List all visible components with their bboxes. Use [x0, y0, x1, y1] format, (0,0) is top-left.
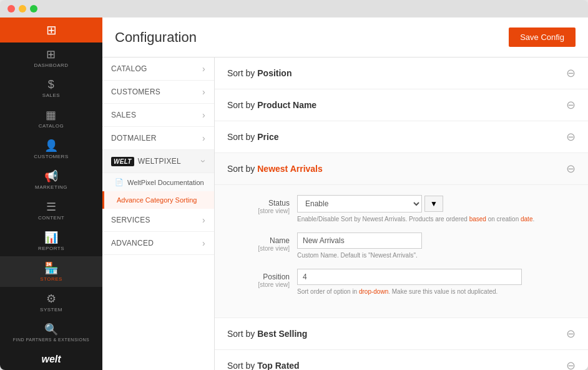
status-select-wrap: Enable Disable ▼	[297, 195, 576, 212]
sort-header-newest-arrivals[interactable]: Sort by Newest Arrivals ⊖	[215, 153, 588, 184]
sidebar-label-reports: REPORTS	[38, 246, 64, 251]
nav-catalog-label: CATALOG	[111, 64, 147, 73]
sidebar-label-customers: CUSTOMERS	[34, 154, 68, 159]
nav-advanced-label: ADVANCED	[111, 239, 154, 248]
nav-weltpixel[interactable]: welt WELTPIXEL ›	[102, 150, 214, 173]
position-help: Sort order of option in drop-down. Make …	[297, 288, 576, 296]
sort-section-top-rated: Sort by Top Rated ⊖	[215, 350, 588, 370]
status-select-btn[interactable]: ▼	[424, 196, 443, 212]
sidebar-item-reports[interactable]: 📊 REPORTS	[0, 226, 102, 256]
sidebar-label-stores: STORES	[40, 276, 62, 282]
sidebar-label-catalog: CATALOG	[39, 123, 64, 129]
sidebar-item-sales[interactable]: $ SALES	[0, 73, 102, 103]
sidebar-bottom: welt	[0, 349, 102, 370]
sales-icon: $	[48, 78, 55, 91]
sort-section-price: Sort by Price ⊖	[215, 121, 588, 153]
sidebar-label-content: CONTENT	[38, 215, 64, 221]
sidebar-label-partners: FIND PARTNERS & EXTENSIONS	[13, 338, 89, 342]
sort-header-price[interactable]: Sort by Price ⊖	[215, 121, 588, 152]
name-input[interactable]	[297, 232, 422, 249]
name-label-main: Name	[227, 236, 290, 245]
sidebar-item-partners[interactable]: 🔍 FIND PARTNERS & EXTENSIONS	[0, 318, 102, 347]
sort-section-best-selling: Sort by Best Selling ⊖	[215, 318, 588, 350]
sidebar-label-dashboard: DASHBOARD	[34, 62, 68, 68]
sidebar-item-catalog[interactable]: ▦ CATALOG	[0, 103, 102, 134]
name-control-wrap: Custom Name. Default is "Newest Arrivals…	[297, 232, 576, 260]
nav-advance-sorting[interactable]: Advance Category Sorting	[102, 191, 214, 209]
position-control-wrap: Sort order of option in drop-down. Make …	[297, 269, 576, 296]
catalog-chevron: ›	[202, 64, 205, 74]
catalog-icon: ▦	[46, 108, 57, 122]
nav-customers-label: CUSTOMERS	[111, 88, 160, 96]
weltpixel-chevron: ›	[199, 160, 209, 163]
sidebar-item-customers[interactable]: 👤 CUSTOMERS	[0, 134, 102, 164]
collapse-best-selling-icon: ⊖	[566, 327, 576, 341]
status-help: Enable/Disable Sort by Newest Arrivals. …	[297, 215, 576, 224]
weltpixel-submenu: 📄 WeltPixel Documentation Advance Catego…	[102, 173, 214, 209]
right-panel: Sort by Position ⊖ Sort by Product Name …	[215, 58, 588, 370]
advanced-chevron: ›	[202, 238, 205, 248]
status-control-wrap: Enable Disable ▼ Enable/Disable Sort by …	[297, 195, 576, 224]
sidebar-item-marketing[interactable]: 📢 MARKETING	[0, 164, 102, 195]
partners-icon: 🔍	[44, 322, 59, 336]
nav-services[interactable]: SERVICES ›	[102, 209, 214, 232]
sort-title-best-selling: Sort by Best Selling	[227, 329, 307, 339]
page-title: Configuration	[115, 29, 197, 46]
sort-header-position[interactable]: Sort by Position ⊖	[215, 58, 588, 89]
nav-dotmailer[interactable]: DOTMAILER ›	[102, 127, 214, 150]
sort-title-price: Sort by Price	[227, 132, 279, 142]
customers-icon: 👤	[44, 139, 59, 152]
nav-weltpixel-docs[interactable]: 📄 WeltPixel Documentation	[102, 173, 214, 191]
weltpixel-logo: welt	[111, 157, 134, 166]
docs-icon: 📄	[115, 178, 124, 186]
dotmailer-chevron: ›	[202, 133, 205, 143]
sort-section-position: Sort by Position ⊖	[215, 58, 588, 89]
nav-sales[interactable]: SALES ›	[102, 104, 214, 127]
save-config-button[interactable]: Save Config	[509, 28, 576, 47]
name-label-sub: [store view]	[227, 245, 290, 252]
name-label: Name [store view]	[227, 232, 290, 252]
sidebar-label-marketing: MARKETING	[35, 184, 67, 190]
sidebar-item-system[interactable]: ⚙ SYSTEM	[0, 287, 102, 318]
title-bar	[0, 0, 588, 18]
sidebar-label-sales: SALES	[42, 92, 60, 98]
form-row-position: Position [store view] Sort order of opti…	[227, 269, 576, 296]
sort-header-product-name[interactable]: Sort by Product Name ⊖	[215, 89, 588, 121]
status-label-sub: [store view]	[227, 208, 290, 214]
name-help: Custom Name. Default is "Newest Arrivals…	[297, 251, 576, 260]
main-header: Configuration Save Config	[102, 18, 588, 58]
position-label-main: Position	[227, 272, 290, 281]
sort-header-best-selling[interactable]: Sort by Best Selling ⊖	[215, 318, 588, 349]
sorting-label: Advance Category Sorting	[117, 196, 197, 204]
status-select[interactable]: Enable Disable	[297, 195, 422, 212]
sort-title-newest-arrivals: Sort by Newest Arrivals	[227, 164, 323, 174]
sidebar-item-stores[interactable]: 🏪 STORES	[0, 256, 102, 287]
weltpixel-header-wrap: welt WELTPIXEL	[111, 157, 181, 166]
collapse-price-icon: ⊖	[566, 130, 576, 144]
nav-customers[interactable]: CUSTOMERS ›	[102, 81, 214, 104]
nav-catalog[interactable]: CATALOG ›	[102, 58, 214, 81]
position-input[interactable]	[297, 269, 522, 285]
left-panel: CATALOG › CUSTOMERS › SALES › DOTMAILER …	[102, 58, 215, 370]
content-area: CATALOG › CUSTOMERS › SALES › DOTMAILER …	[102, 58, 588, 370]
close-button[interactable]	[7, 5, 15, 12]
sidebar-nav: ⊞ DASHBOARD $ SALES ▦ CATALOG 👤 CUSTOMER…	[0, 42, 102, 349]
sidebar-item-content[interactable]: ☰ CONTENT	[0, 195, 102, 226]
maximize-button[interactable]	[30, 5, 37, 12]
nav-dotmailer-label: DOTMAILER	[111, 134, 157, 142]
form-row-status: Status [store view] Enable Disable	[227, 195, 576, 224]
collapse-newest-arrivals-icon: ⊖	[566, 162, 576, 176]
content-icon: ☰	[46, 200, 57, 214]
sales-chevron: ›	[202, 110, 205, 120]
nav-advanced[interactable]: ADVANCED ›	[102, 232, 214, 255]
status-label-main: Status	[227, 199, 290, 208]
minimize-button[interactable]	[19, 5, 26, 12]
sort-title-top-rated: Sort by Top Rated	[227, 361, 300, 370]
sidebar-label-system: SYSTEM	[40, 307, 62, 312]
sidebar-item-dashboard[interactable]: ⊞ DASHBOARD	[0, 42, 102, 73]
main-content: Configuration Save Config CATALOG › CUST…	[102, 18, 588, 370]
marketing-icon: 📢	[44, 169, 59, 183]
sort-header-top-rated[interactable]: Sort by Top Rated ⊖	[215, 350, 588, 370]
customers-chevron: ›	[202, 87, 205, 97]
nav-sales-label: SALES	[111, 111, 136, 119]
